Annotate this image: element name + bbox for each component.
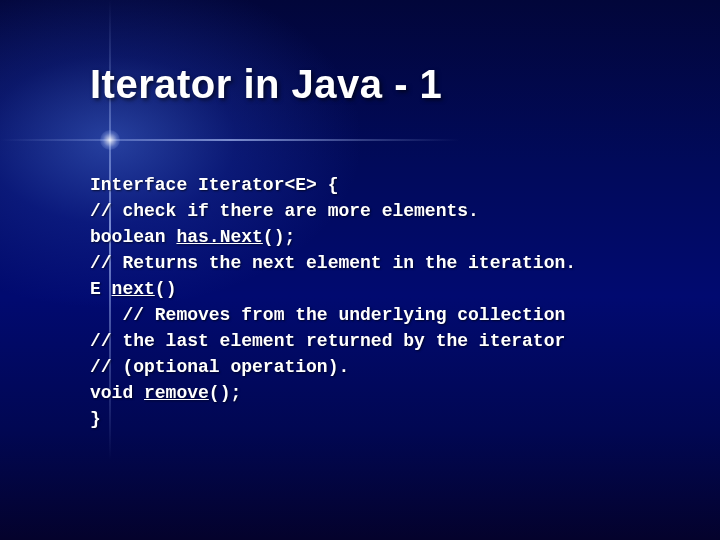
code-line-8b: remove (144, 383, 209, 403)
code-line-0: Interface Iterator<E> { (90, 175, 338, 195)
code-line-8c: (); (209, 383, 241, 403)
code-line-5: // Removes from the underlying collectio… (90, 305, 565, 325)
code-line-4b: next (112, 279, 155, 299)
code-line-9: } (90, 409, 101, 429)
code-block: Interface Iterator<E> { // check if ther… (90, 172, 660, 432)
code-line-1: // check if there are more elements. (90, 201, 479, 221)
flare-core (100, 130, 120, 150)
code-line-6: // the last element returned by the iter… (90, 331, 565, 351)
code-line-4a: E (90, 279, 112, 299)
code-line-4c: () (155, 279, 177, 299)
code-line-2b: has.Next (176, 227, 262, 247)
slide: Iterator in Java - 1 Interface Iterator<… (0, 0, 720, 540)
code-line-3: // Returns the next element in the itera… (90, 253, 576, 273)
code-line-7: // (optional operation). (90, 357, 349, 377)
flare-horizontal (0, 139, 460, 141)
code-line-8a: void (90, 383, 144, 403)
code-line-2c: (); (263, 227, 295, 247)
code-line-2a: boolean (90, 227, 176, 247)
slide-title: Iterator in Java - 1 (90, 62, 442, 107)
